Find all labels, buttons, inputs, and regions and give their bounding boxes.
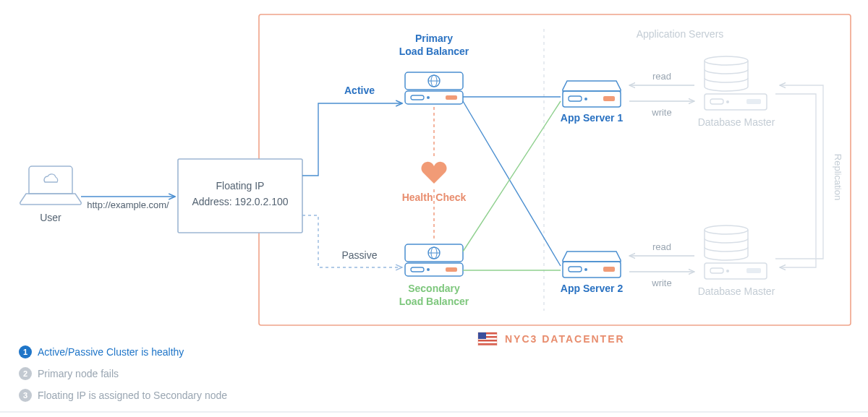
step-1: 1 Active/Passive Cluster is healthy bbox=[19, 345, 184, 358]
app1-write-label: write bbox=[651, 107, 671, 118]
heart-icon bbox=[421, 162, 446, 184]
app1-read-label: read bbox=[652, 71, 671, 82]
fip-line2: Address: 192.0.2.100 bbox=[192, 196, 288, 207]
user-laptop-icon bbox=[20, 166, 82, 205]
step-2-label: Primary node fails bbox=[38, 368, 119, 379]
svg-rect-23 bbox=[603, 267, 615, 272]
svg-rect-13 bbox=[411, 267, 424, 272]
step-2: 2 Primary node fails bbox=[19, 367, 119, 380]
primary-lb-server-icon bbox=[405, 72, 463, 104]
svg-point-32 bbox=[726, 270, 729, 272]
secondary-lb-server-icon bbox=[405, 244, 463, 276]
db-master-2-label: Database Master bbox=[698, 285, 775, 297]
primary-lb-line2: Load Balancer bbox=[399, 46, 469, 57]
svg-rect-21 bbox=[569, 267, 582, 272]
svg-point-18 bbox=[584, 98, 587, 100]
svg-text:3: 3 bbox=[23, 391, 27, 400]
svg-rect-7 bbox=[446, 95, 457, 100]
svg-point-24 bbox=[705, 56, 748, 65]
svg-point-29 bbox=[705, 225, 748, 234]
svg-point-27 bbox=[726, 100, 729, 103]
svg-point-6 bbox=[427, 96, 430, 99]
svg-rect-28 bbox=[746, 99, 761, 104]
svg-text:2: 2 bbox=[23, 369, 27, 378]
primary-lb-line1: Primary bbox=[415, 33, 453, 44]
edge-fip-to-primary bbox=[302, 103, 402, 176]
fip-line1: Floating IP bbox=[216, 180, 265, 192]
url-label: http://example.com/ bbox=[87, 199, 169, 210]
user-label: User bbox=[40, 212, 61, 223]
step-3: 3 Floating IP is assigned to Secondary n… bbox=[19, 389, 227, 402]
secondary-lb-line2: Load Balancer bbox=[399, 296, 469, 307]
app2-write-label: write bbox=[651, 278, 671, 288]
passive-label: Passive bbox=[341, 249, 377, 261]
db-master-1-label: Database Master bbox=[698, 116, 775, 128]
svg-rect-39 bbox=[478, 332, 486, 339]
app-servers-title: Application Servers bbox=[637, 28, 724, 40]
replication-down bbox=[775, 94, 816, 267]
health-check-label: Health Check bbox=[402, 192, 467, 203]
edge-primary-to-app2 bbox=[463, 101, 561, 266]
us-flag-icon bbox=[478, 332, 497, 345]
edge-secondary-to-app1 bbox=[463, 101, 561, 252]
step-1-label: Active/Passive Cluster is healthy bbox=[38, 346, 184, 358]
active-label: Active bbox=[344, 85, 375, 96]
svg-rect-33 bbox=[746, 268, 761, 273]
svg-rect-19 bbox=[603, 96, 615, 101]
app-server-1-icon bbox=[563, 81, 621, 107]
step-3-label: Floating IP is assigned to Secondary nod… bbox=[38, 390, 227, 401]
svg-text:1: 1 bbox=[23, 348, 27, 356]
datacenter-label: NYC3 DATACENTER bbox=[505, 333, 625, 345]
svg-rect-38 bbox=[478, 343, 497, 345]
replication-label: Replication bbox=[833, 154, 843, 200]
app-server-2-label: App Server 2 bbox=[561, 283, 624, 294]
database-master-1-icon bbox=[705, 56, 767, 110]
svg-rect-37 bbox=[478, 340, 497, 342]
svg-rect-5 bbox=[411, 95, 424, 100]
app-server-2-icon bbox=[563, 252, 621, 278]
database-master-2-icon bbox=[705, 225, 767, 279]
svg-point-14 bbox=[427, 268, 430, 271]
svg-point-22 bbox=[584, 268, 587, 271]
secondary-lb-line1: Secondary bbox=[408, 283, 460, 294]
app2-read-label: read bbox=[652, 241, 671, 252]
svg-rect-17 bbox=[569, 96, 582, 101]
svg-rect-15 bbox=[446, 267, 457, 272]
app-server-1-label: App Server 1 bbox=[561, 112, 624, 124]
